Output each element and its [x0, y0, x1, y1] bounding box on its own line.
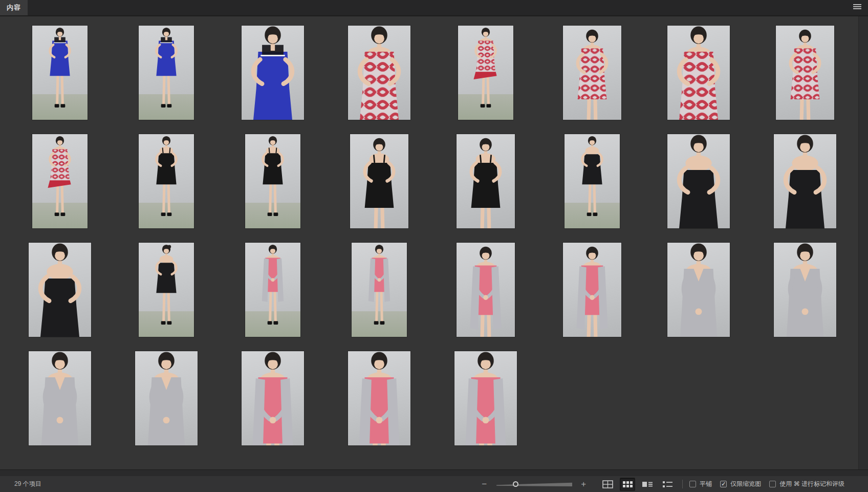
grid-cell	[332, 134, 427, 229]
grid-cell	[12, 134, 107, 229]
grid-cell	[119, 26, 214, 121]
photo-thumbnail[interactable]	[135, 351, 198, 445]
grid-cell	[757, 134, 853, 229]
photo-thumbnail[interactable]	[667, 26, 730, 120]
photo-thumbnail[interactable]	[774, 243, 836, 337]
photo-thumbnail[interactable]	[457, 243, 515, 337]
grid-cell	[651, 26, 746, 121]
photo-thumbnail[interactable]	[32, 26, 88, 120]
toolbar-divider	[682, 480, 683, 488]
content-panel	[0, 16, 868, 470]
grid-cell	[651, 243, 746, 338]
items-count-label: 29 个项目	[14, 480, 41, 488]
grid-lock-view-icon[interactable]	[600, 478, 615, 491]
grid-cell	[225, 243, 320, 338]
photo-thumbnail[interactable]	[457, 134, 515, 228]
tile-checkbox[interactable]	[689, 481, 696, 487]
photo-thumbnail[interactable]	[565, 134, 620, 228]
grid-cell	[332, 243, 427, 338]
photo-thumbnail[interactable]	[563, 243, 621, 337]
grid-cell	[119, 243, 214, 338]
photo-thumbnail[interactable]	[29, 351, 91, 445]
zoom-out-button[interactable]: −	[480, 480, 488, 488]
grid-cell	[12, 243, 107, 338]
photo-thumbnail[interactable]	[139, 26, 194, 120]
grid-cell	[545, 243, 640, 338]
photo-thumbnail[interactable]	[667, 134, 730, 228]
grid-cell	[757, 26, 853, 121]
photo-thumbnail[interactable]	[776, 26, 834, 120]
thumbnails-only-checkbox[interactable]: ✓	[720, 481, 727, 487]
cmd-rating-checkbox[interactable]	[769, 481, 776, 487]
grid-cell	[438, 134, 533, 229]
photo-thumbnail[interactable]	[245, 134, 300, 228]
thumbnail-view-icon[interactable]	[620, 478, 635, 491]
grid-cell	[438, 243, 533, 338]
grid-cell	[225, 134, 320, 229]
panel-tab-bar: 内容	[0, 0, 868, 16]
photo-thumbnail[interactable]	[29, 243, 91, 337]
zoom-in-button[interactable]: +	[579, 480, 588, 488]
grid-cell	[438, 26, 533, 121]
photo-thumbnail[interactable]	[242, 351, 304, 445]
tab-content-label: 内容	[7, 3, 21, 12]
thumbnail-size-slider[interactable]	[495, 480, 572, 488]
grid-cell	[438, 351, 533, 446]
details-view-icon[interactable]	[640, 478, 655, 491]
grid-cell	[12, 351, 107, 446]
list-view-icon[interactable]	[660, 478, 675, 491]
photo-thumbnail[interactable]	[563, 26, 621, 120]
photo-thumbnail[interactable]	[667, 243, 730, 337]
photo-thumbnail[interactable]	[32, 134, 88, 228]
checkbox-cmd-rating[interactable]: 使用 ⌘ 进行标记和评级	[769, 480, 844, 488]
grid-cell	[119, 351, 214, 446]
grid-cell	[225, 351, 320, 446]
thumbnails-only-checkbox-label: 仅限缩览图	[730, 480, 761, 488]
hamburger-menu-icon[interactable]	[853, 4, 861, 11]
photo-thumbnail[interactable]	[774, 134, 836, 228]
photo-thumbnail[interactable]	[454, 351, 517, 445]
photo-thumbnail[interactable]	[348, 26, 410, 120]
grid-cell	[12, 26, 107, 121]
photo-thumbnail[interactable]	[242, 26, 304, 120]
photo-thumbnail[interactable]	[352, 243, 407, 337]
tile-checkbox-label: 平铺	[700, 480, 712, 488]
grid-cell	[651, 134, 746, 229]
cmd-rating-checkbox-label: 使用 ⌘ 进行标记和评级	[779, 480, 844, 488]
slider-track[interactable]	[495, 480, 572, 488]
view-mode-buttons	[600, 478, 675, 491]
status-bar: 29 个项目 − +	[0, 469, 868, 492]
grid-cell	[332, 351, 427, 446]
checkbox-thumbnails-only[interactable]: ✓ 仅限缩览图	[720, 480, 761, 488]
grid-cell	[119, 134, 214, 229]
photo-thumbnail[interactable]	[350, 134, 408, 228]
checkbox-tile[interactable]: 平铺	[689, 480, 712, 488]
scrollbar-track[interactable]	[858, 16, 868, 470]
photo-thumbnail[interactable]	[458, 26, 513, 120]
slider-knob[interactable]	[513, 481, 518, 487]
photo-thumbnail[interactable]	[139, 243, 194, 337]
thumbnail-grid	[12, 26, 853, 446]
photo-thumbnail[interactable]	[245, 243, 300, 337]
grid-cell	[225, 26, 320, 121]
grid-cell	[332, 26, 427, 121]
panel-bottom-edge	[0, 469, 868, 476]
tab-content[interactable]: 内容	[0, 0, 28, 15]
grid-cell	[545, 134, 640, 229]
grid-cell	[757, 243, 853, 338]
grid-cell	[545, 26, 640, 121]
photo-thumbnail[interactable]	[348, 351, 410, 445]
photo-thumbnail[interactable]	[139, 134, 194, 228]
